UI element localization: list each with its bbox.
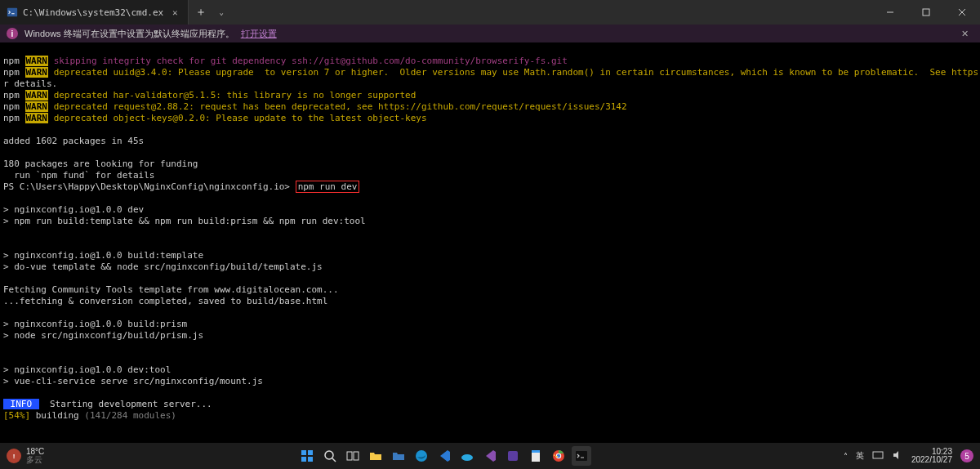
edge-icon[interactable] xyxy=(412,446,431,466)
typed-command: npm run dev xyxy=(296,181,360,193)
weather-alert-icon: ! xyxy=(7,449,21,463)
new-tab-button[interactable]: ＋ xyxy=(189,5,213,20)
tab-close-button[interactable]: ✕ xyxy=(168,7,181,18)
notepad-icon[interactable] xyxy=(526,446,546,466)
tray-chevron-icon[interactable]: ˄ xyxy=(844,452,848,461)
weather-desc: 多云 xyxy=(26,456,44,464)
terminal-line: > do-vue template && node src/nginxconfi… xyxy=(3,261,323,272)
taskbar: ! 18°C 多云 xyxy=(0,443,980,469)
progress-detail: (141/284 modules) xyxy=(84,410,176,421)
terminal-line: deprecated object-keys@0.2.0: Please upd… xyxy=(54,113,427,123)
tab-strip: C:\Windows\system32\cmd.ex ✕ ＋ ⌄ xyxy=(0,0,229,25)
svg-rect-12 xyxy=(354,452,359,460)
terminal-taskbar-icon[interactable] xyxy=(572,446,591,466)
task-view-icon[interactable] xyxy=(343,446,363,466)
svg-rect-17 xyxy=(532,450,540,453)
notification-badge[interactable]: 5 xyxy=(960,449,973,462)
svg-rect-15 xyxy=(508,451,518,461)
svg-rect-11 xyxy=(347,452,352,460)
tab-dropdown-button[interactable]: ⌄ xyxy=(213,8,229,16)
svg-rect-7 xyxy=(301,457,306,462)
network-icon[interactable] xyxy=(872,450,884,462)
terminal-line: > nginxconfig.io@1.0.0 build:prism xyxy=(3,319,187,329)
terminal-icon xyxy=(7,7,18,18)
terminal-line: > nginxconfig.io@1.0.0 build:template xyxy=(3,250,203,261)
terminal-line: > nginxconfig.io@1.0.0 dev:tool xyxy=(3,364,171,375)
onedrive-icon[interactable] xyxy=(457,446,477,466)
maximize-button[interactable] xyxy=(908,0,944,25)
svg-rect-21 xyxy=(576,451,587,461)
terminal-line: Fetching Community Tools template from w… xyxy=(3,284,339,295)
tab-title: C:\Windows\system32\cmd.ex xyxy=(23,7,163,18)
svg-rect-8 xyxy=(308,457,313,462)
progress-pct: [54%] xyxy=(3,410,30,421)
terminal-line: r details. xyxy=(3,78,57,89)
terminal-line: run `npm fund` for details xyxy=(3,170,154,181)
prompt-path: PS C:\Users\Happy\Desktop\NginxConfig\ng… xyxy=(3,181,290,192)
terminal-line: skipping integrity check for git depende… xyxy=(54,56,568,66)
terminal-line: > node src/nginxconfig/build/prism.js xyxy=(3,330,203,341)
explorer-icon[interactable] xyxy=(366,446,385,466)
app-purple-icon[interactable] xyxy=(503,446,523,466)
open-settings-link[interactable]: 打开设置 xyxy=(241,28,277,40)
clock[interactable]: 10:23 2022/10/27 xyxy=(911,448,952,464)
window-controls xyxy=(872,0,980,25)
taskbar-center xyxy=(297,446,591,466)
terminal-line: deprecated request@2.88.2: request has b… xyxy=(54,101,627,112)
terminal-output[interactable]: npm WARN skipping integrity check for gi… xyxy=(0,42,980,443)
visual-studio-icon[interactable] xyxy=(480,446,500,466)
terminal-line: > vue-cli-service serve src/nginxconfig/… xyxy=(3,376,263,386)
banner-close-button[interactable]: ✕ xyxy=(956,29,973,39)
banner-text: Windows 终端可在设置中设置为默认终端应用程序。 xyxy=(24,28,234,40)
search-icon[interactable] xyxy=(320,446,340,466)
progress-word: building xyxy=(30,410,84,421)
terminal-line: Starting development server... xyxy=(39,399,212,409)
terminal-line: ...fetching & conversion completed, save… xyxy=(3,296,327,306)
minimize-button[interactable] xyxy=(872,0,908,25)
terminal-line: > nginxconfig.io@1.0.0 dev xyxy=(3,204,144,215)
tab-cmd[interactable]: C:\Windows\system32\cmd.ex ✕ xyxy=(0,0,189,25)
svg-rect-2 xyxy=(923,9,929,16)
close-button[interactable] xyxy=(944,0,980,25)
volume-icon[interactable] xyxy=(892,450,903,462)
taskbar-tray: ˄ 英 10:23 2022/10/27 5 xyxy=(844,448,980,464)
explorer-icon-2[interactable] xyxy=(389,446,408,466)
svg-line-10 xyxy=(332,458,336,462)
svg-point-9 xyxy=(325,451,333,459)
ime-indicator[interactable]: 英 xyxy=(856,450,864,462)
window-titlebar: C:\Windows\system32\cmd.ex ✕ ＋ ⌄ xyxy=(0,0,980,25)
svg-rect-0 xyxy=(7,8,17,17)
clock-date: 2022/10/27 xyxy=(911,456,952,464)
svg-point-14 xyxy=(461,454,473,461)
vscode-icon[interactable] xyxy=(434,446,454,466)
info-badge: INFO xyxy=(3,399,39,409)
chrome-icon[interactable] xyxy=(549,446,568,466)
terminal-line: deprecated har-validator@5.1.5: this lib… xyxy=(54,90,416,100)
start-button[interactable] xyxy=(297,446,317,466)
svg-rect-5 xyxy=(301,450,306,455)
svg-point-13 xyxy=(416,450,427,462)
default-terminal-banner: i Windows 终端可在设置中设置为默认终端应用程序。 打开设置 ✕ xyxy=(0,25,980,42)
terminal-line: 180 packages are looking for funding xyxy=(3,159,198,169)
info-icon: i xyxy=(7,28,18,39)
terminal-line: > npm run build:template && npm run buil… xyxy=(3,216,366,226)
svg-rect-6 xyxy=(308,450,313,455)
terminal-line: deprecated uuid@3.4.0: Please upgrade to… xyxy=(54,67,980,78)
svg-rect-22 xyxy=(873,452,883,458)
terminal-line: added 1602 packages in 45s xyxy=(3,136,144,146)
taskbar-weather[interactable]: ! 18°C 多云 xyxy=(0,448,44,464)
